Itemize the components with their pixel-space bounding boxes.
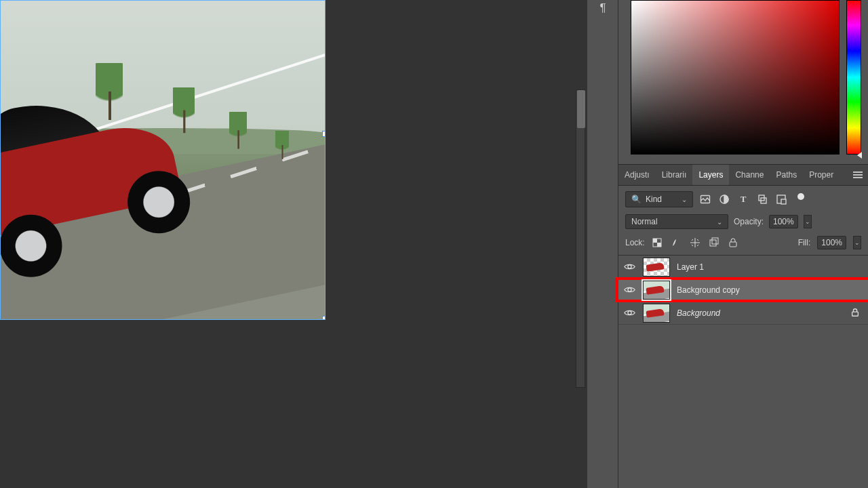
layer-thumbnail[interactable] [643,281,670,300]
visibility-toggle[interactable] [623,306,636,320]
svg-point-13 [627,288,631,291]
svg-rect-10 [712,238,718,244]
visibility-toggle[interactable] [623,283,636,297]
svg-rect-15 [852,312,859,316]
panel-menu-icon[interactable] [853,171,863,178]
canvas-area [0,0,576,488]
layer-row[interactable]: Background [618,302,868,325]
layer-row[interactable]: Background copy [618,279,868,302]
paragraph-icon[interactable]: ¶ [595,1,610,16]
fill-label: Fill: [798,238,811,247]
layer-name[interactable]: Layer 1 [677,262,861,272]
fill-value: 100% [821,238,842,247]
chevron-down-icon: ⌄ [682,196,687,203]
opacity-label: Opacity: [734,217,764,226]
filter-smartobject-icon[interactable] [776,194,787,205]
tab-libraries[interactable]: Librariı [656,165,693,185]
scrollbar-thumb[interactable] [577,90,585,128]
blend-opacity-row: Normal ⌄ Opacity: 100% ⌄ [618,211,868,232]
blend-mode-value: Normal [631,217,658,226]
lock-position-icon[interactable] [690,237,701,248]
layers-empty-area[interactable] [618,325,868,467]
fill-input[interactable]: 100% [817,236,846,249]
layer-name[interactable]: Background copy [677,285,861,295]
svg-rect-11 [730,242,736,247]
canvas-vertical-scrollbar[interactable] [576,89,585,388]
filter-type-icon[interactable]: T [738,194,749,205]
opacity-stepper[interactable]: ⌄ [804,215,812,228]
tab-properties[interactable]: Proper [803,165,840,185]
opacity-input[interactable]: 100% [769,215,798,228]
opacity-value: 100% [773,217,794,226]
artwork-tree [173,87,195,131]
layer-thumbnail[interactable] [643,304,670,323]
color-picker-panel [618,0,868,164]
search-icon: 🔍 [631,195,642,204]
blend-mode-select[interactable]: Normal ⌄ [625,214,728,229]
layer-thumbnail[interactable] [643,258,670,277]
tab-layers[interactable]: Layers [692,165,729,185]
lock-label: Lock: [625,238,645,247]
filter-pixel-icon[interactable] [700,194,711,205]
chevron-down-icon: ⌄ [717,218,722,226]
svg-point-14 [627,311,631,314]
right-panels: ¶ Adjustı Librariı Layers Channe Paths P… [587,0,868,488]
svg-rect-5 [781,199,786,204]
svg-rect-9 [710,240,716,246]
panel-tabs: Adjustı Librariı Layers Channe Paths Pro… [618,164,868,186]
kind-filter-label: Kind [646,195,662,204]
svg-point-12 [627,265,631,268]
tab-channels[interactable]: Channe [729,165,770,185]
layer-filter-row: 🔍 Kind ⌄ T [618,186,868,211]
layer-row[interactable]: Layer 1 [618,256,868,279]
layer-type-filter-icons: T [700,194,804,205]
lock-all-icon[interactable] [728,237,738,248]
color-saturation-value-field[interactable] [631,0,840,155]
lock-transparent-icon[interactable] [652,237,663,248]
lock-fill-row: Lock: Fill: 100% ⌄ [618,232,868,255]
lock-image-icon[interactable] [671,237,682,248]
visibility-toggle[interactable] [623,260,636,274]
document-canvas[interactable] [0,0,326,320]
lock-artboard-icon[interactable] [709,237,719,248]
transform-handle-bottom-right[interactable] [322,316,326,320]
color-hue-strip[interactable] [846,0,861,155]
layers-list: Layer 1 Background copy Background [618,255,868,325]
filter-adjustment-icon[interactable] [719,194,730,205]
tab-paths[interactable]: Paths [770,165,803,185]
filter-shape-icon[interactable] [757,194,768,205]
layer-kind-filter-select[interactable]: 🔍 Kind ⌄ [625,191,693,207]
artwork-tree [275,131,289,158]
lock-icon[interactable] [850,308,861,319]
transform-handle-right[interactable] [322,131,326,137]
svg-rect-7 [653,239,657,243]
filter-toggle-switch[interactable] [797,193,804,200]
fill-stepper[interactable]: ⌄ [853,236,861,249]
tab-adjustments[interactable]: Adjustı [618,165,656,185]
hue-slider-arrow-icon[interactable] [857,152,862,159]
collapsed-panel-dock: ¶ [587,0,618,488]
svg-rect-8 [657,243,661,247]
artwork-tree [229,112,247,147]
layer-name[interactable]: Background [677,308,844,318]
